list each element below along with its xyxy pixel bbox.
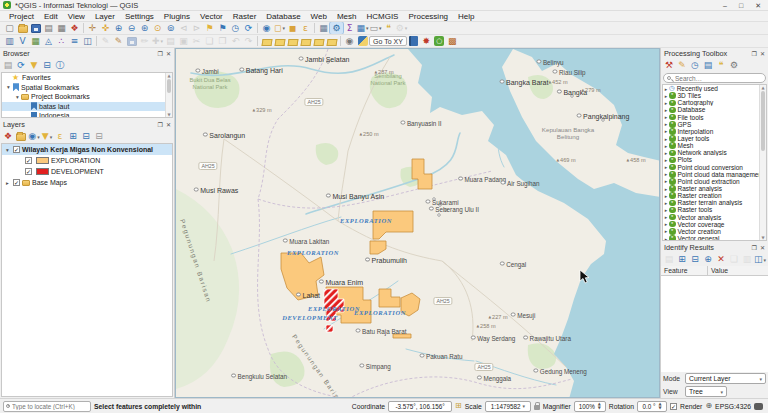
processing-group-point-cloud-extraction[interactable]: ▸*Point cloud extraction bbox=[663, 178, 759, 185]
select-features-button[interactable]: ◻▾ bbox=[273, 22, 286, 34]
render-checkbox[interactable] bbox=[670, 403, 677, 410]
remove-layer-button[interactable]: ⊟ bbox=[93, 131, 105, 143]
processing-group-network-analysis[interactable]: ▸*Network analysis bbox=[663, 149, 759, 156]
menu-mesh[interactable]: Mesh bbox=[332, 12, 362, 21]
processing-group-raster-terrain-analysis[interactable]: ▸*Raster terrain analysis bbox=[663, 199, 759, 206]
add-wms-layer-button[interactable]: ◫ bbox=[81, 35, 94, 47]
menu-settings[interactable]: Settings bbox=[120, 12, 159, 21]
menu-edit[interactable]: Edit bbox=[39, 12, 63, 21]
new-project-button[interactable]: ▢ bbox=[3, 22, 16, 34]
mode-select[interactable]: Current Layer ▾ bbox=[685, 373, 766, 384]
street-view-button[interactable]: ◉ bbox=[343, 35, 356, 47]
processing-results-viewer-button[interactable]: ▤ bbox=[702, 60, 714, 72]
layer-checkbox[interactable]: ✓ bbox=[13, 146, 20, 153]
maximize-button[interactable]: □ bbox=[739, 1, 743, 10]
current-edits-button[interactable]: ✎ bbox=[99, 35, 112, 47]
highlight-pinned-labels-button[interactable] bbox=[299, 35, 312, 47]
deselect-features-button[interactable]: ◼ bbox=[286, 22, 299, 34]
add-mesh-layer-button[interactable]: ◬ bbox=[42, 35, 55, 47]
minimize-button[interactable]: – bbox=[723, 1, 727, 10]
processing-group-raster-creation[interactable]: ▸*Raster creation bbox=[663, 192, 759, 199]
browser-scrollbar[interactable]: ▲▼ bbox=[165, 73, 172, 117]
menu-view[interactable]: View bbox=[63, 12, 90, 21]
zoom-to-layer-button[interactable]: ⊚ bbox=[164, 22, 177, 34]
processing-group-gps[interactable]: ▸*GPS bbox=[663, 121, 759, 128]
processing-group-raster-analysis[interactable]: ▸*Raster analysis bbox=[663, 185, 759, 192]
menu-database[interactable]: Database bbox=[261, 12, 305, 21]
style-manager-button[interactable]: ❖ bbox=[68, 22, 81, 34]
browser-float-button[interactable] bbox=[158, 50, 163, 58]
layer-diagram-button[interactable] bbox=[273, 35, 286, 47]
hcmgis-tools-button[interactable]: ▩ bbox=[446, 35, 459, 47]
processing-in-place-edit-button[interactable]: ✎ bbox=[676, 60, 688, 72]
zoom-full-button[interactable]: ⊛ bbox=[138, 22, 151, 34]
layer-item-wilayah-kerja-migas-non-konvensional[interactable]: ▾✓Wilayah Kerja Migas Non Konvensional bbox=[2, 144, 172, 155]
processing-options-button[interactable]: ⚙ bbox=[728, 60, 740, 72]
menu-processing[interactable]: Processing bbox=[403, 12, 453, 21]
add-raster-layer-button[interactable]: ▦ bbox=[29, 35, 42, 47]
processing-group-raster-tools[interactable]: ▸*Raster tools bbox=[663, 206, 759, 213]
layer-checkbox[interactable]: ✓ bbox=[25, 168, 32, 175]
save-project-button[interactable] bbox=[29, 22, 42, 34]
processing-group-recently-used[interactable]: ▸◷Recently used bbox=[663, 85, 759, 92]
spinner-arrows-icon[interactable]: ▲▼ bbox=[659, 402, 662, 410]
delete-selected-button[interactable]: ▣ bbox=[177, 35, 190, 47]
move-label-button[interactable] bbox=[312, 35, 325, 47]
value-column-header[interactable]: Value bbox=[708, 266, 731, 275]
processing-group-layer-tools[interactable]: ▸*Layer tools bbox=[663, 135, 759, 142]
processing-models-button[interactable]: ⚒ bbox=[663, 60, 675, 72]
processing-history-button[interactable]: ◷ bbox=[689, 60, 701, 72]
add-delimited-text-layer-button[interactable]: ≡ bbox=[68, 35, 81, 47]
messages-icon[interactable] bbox=[754, 403, 763, 410]
measure-line-button[interactable]: ▭▾ bbox=[369, 22, 382, 34]
processing-scrollbar[interactable]: ▲▼ bbox=[759, 85, 766, 240]
processing-group-vector-general[interactable]: ▸*Vector general bbox=[663, 235, 759, 241]
refresh-map-button[interactable]: ⟳ bbox=[242, 22, 255, 34]
browser-collapse-all-button[interactable]: ⊟ bbox=[41, 60, 53, 72]
extent-icon[interactable]: ⊞ bbox=[455, 401, 462, 411]
browser-filter-button[interactable]: ▼ bbox=[28, 60, 40, 72]
processing-group-point-cloud-data-management[interactable]: ▸*Point cloud data management bbox=[663, 171, 759, 178]
cut-features-button[interactable]: ✂ bbox=[190, 35, 203, 47]
processing-group-vector-coverage[interactable]: ▸*Vector coverage bbox=[663, 221, 759, 228]
scale-combobox[interactable]: 1:1479582▾ bbox=[485, 401, 531, 412]
crs-button[interactable]: EPSG:4326 bbox=[715, 403, 751, 410]
copy-features-button[interactable]: ❏ bbox=[203, 35, 216, 47]
browser-item-spatial-bookmarks[interactable]: ▾Spatial Bookmarks bbox=[2, 83, 165, 93]
nominatim-search-button[interactable]: ⚙▾ bbox=[395, 22, 408, 34]
identify-features-button[interactable]: ◉ bbox=[260, 22, 273, 34]
layer-item-base-maps[interactable]: ▸✓Base Maps bbox=[2, 177, 172, 188]
add-vector-layer-button[interactable]: V bbox=[16, 35, 29, 47]
pin-labels-button[interactable] bbox=[286, 35, 299, 47]
browser-item-project-bookmarks[interactable]: ▾Project Bookmarks bbox=[2, 92, 165, 102]
menu-web[interactable]: Web bbox=[306, 12, 332, 21]
change-label-button[interactable] bbox=[325, 35, 338, 47]
menu-project[interactable]: Project bbox=[4, 12, 39, 21]
add-group-button[interactable] bbox=[15, 131, 27, 143]
data-source-manager-button[interactable]: ▥ bbox=[3, 35, 16, 47]
open-layer-styling-button[interactable]: ❖ bbox=[2, 131, 14, 143]
lock-icon[interactable] bbox=[534, 405, 540, 410]
locate-box[interactable] bbox=[3, 401, 91, 412]
pan-map-button[interactable]: ✛ bbox=[86, 22, 99, 34]
toggle-editing-button[interactable]: ✎ bbox=[112, 35, 125, 47]
redo-button[interactable]: ↷ bbox=[242, 35, 255, 47]
processing-group-mesh[interactable]: ▸*Mesh bbox=[663, 142, 759, 149]
new-print-layout-button[interactable]: ▤ bbox=[42, 22, 55, 34]
browser-item-indonesia[interactable]: Indonesia bbox=[2, 111, 165, 118]
identify-settings-button[interactable]: ◫▾ bbox=[754, 254, 766, 266]
processing-group-point-cloud-conversion[interactable]: ▸*Point cloud conversion bbox=[663, 164, 759, 171]
menu-layer[interactable]: Layer bbox=[90, 12, 120, 21]
processing-close-button[interactable] bbox=[760, 50, 765, 58]
browser-add-selected-layers-button[interactable]: ▤ bbox=[2, 60, 14, 72]
pan-to-selection-button[interactable]: ✜ bbox=[99, 22, 112, 34]
identify-print-button[interactable]: ▥ bbox=[741, 254, 753, 266]
magnifier-spinbox[interactable]: 100%▲▼ bbox=[574, 401, 606, 412]
identify-mode-form-button[interactable]: ▤ bbox=[663, 254, 675, 266]
new-spatial-bookmark-button[interactable]: ⚑ bbox=[203, 22, 216, 34]
view-select[interactable]: Tree ▾ bbox=[685, 386, 727, 397]
close-button[interactable]: ✕ bbox=[755, 1, 761, 10]
menu-vector[interactable]: Vector bbox=[195, 12, 228, 21]
zoom-in-button[interactable]: ⊕ bbox=[112, 22, 125, 34]
osm-search-button[interactable] bbox=[433, 35, 446, 47]
